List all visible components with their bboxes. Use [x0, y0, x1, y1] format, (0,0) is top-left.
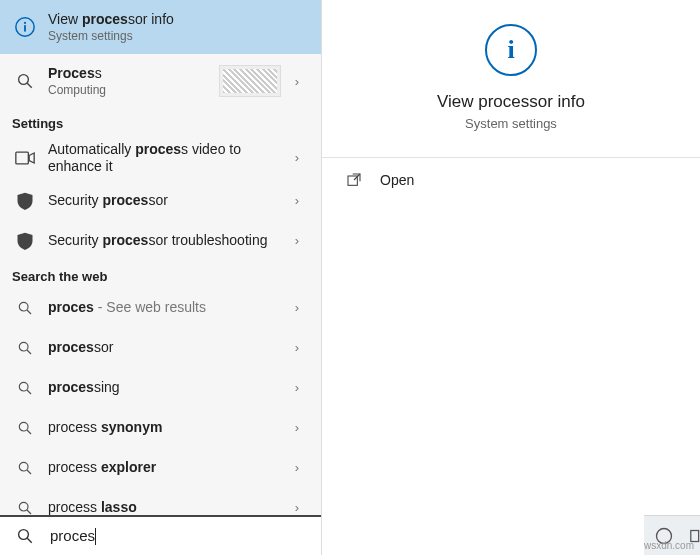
search-icon [14, 380, 36, 396]
result-title: proces - See web results [48, 299, 287, 316]
svg-line-13 [27, 430, 31, 434]
settings-item-security-processor[interactable]: Security processor › [0, 181, 321, 221]
watermark: wsxdn.com [644, 540, 694, 551]
svg-point-6 [19, 302, 28, 311]
chevron-right-icon[interactable]: › [287, 233, 307, 248]
web-item-processing[interactable]: processing › [0, 368, 321, 408]
result-process-computing[interactable]: Process Computing › [0, 54, 321, 108]
search-results-panel: View processor info System settings Proc… [0, 0, 322, 555]
search-icon [14, 300, 36, 316]
svg-rect-2 [24, 25, 26, 31]
search-icon [14, 72, 36, 90]
chevron-right-icon[interactable]: › [287, 340, 307, 355]
result-title: Process [48, 65, 219, 82]
shield-icon [14, 231, 36, 251]
result-title: process explorer [48, 459, 287, 476]
svg-point-10 [19, 382, 28, 391]
search-icon [14, 460, 36, 476]
result-title: Automatically process video to enhance i… [48, 141, 287, 175]
search-box[interactable]: proces [0, 515, 321, 555]
info-icon [14, 16, 36, 38]
svg-line-21 [27, 538, 32, 543]
search-icon [14, 420, 36, 436]
svg-rect-5 [16, 152, 28, 164]
section-header-settings: Settings [0, 108, 321, 135]
chevron-right-icon[interactable]: › [287, 380, 307, 395]
divider [322, 157, 700, 158]
web-item-process-synonym[interactable]: process synonym › [0, 408, 321, 448]
chevron-right-icon[interactable]: › [287, 150, 307, 165]
detail-panel: i View processor info System settings Op… [322, 0, 700, 555]
detail-title: View processor info [437, 92, 585, 112]
web-item-processor[interactable]: processor › [0, 328, 321, 368]
svg-line-7 [27, 310, 31, 314]
section-header-web: Search the web [0, 261, 321, 288]
search-input[interactable]: proces [50, 527, 307, 546]
settings-item-security-troubleshooting[interactable]: Security processor troubleshooting › [0, 221, 321, 261]
result-thumbnail [219, 65, 281, 97]
svg-point-8 [19, 342, 28, 351]
shield-icon [14, 191, 36, 211]
svg-point-16 [19, 502, 28, 511]
settings-item-video[interactable]: Automatically process video to enhance i… [0, 135, 321, 181]
web-item-process-explorer[interactable]: process explorer › [0, 448, 321, 488]
svg-point-3 [19, 75, 29, 85]
web-item-proces[interactable]: proces - See web results › [0, 288, 321, 328]
web-item-process-lasso[interactable]: process lasso › [0, 488, 321, 515]
chevron-right-icon[interactable]: › [287, 193, 307, 208]
info-icon: i [485, 24, 537, 76]
svg-line-15 [27, 470, 31, 474]
search-icon [14, 527, 36, 545]
result-subtitle: Computing [48, 83, 219, 97]
results-scroll: View processor info System settings Proc… [0, 0, 321, 515]
result-title: processing [48, 379, 287, 396]
svg-point-12 [19, 422, 28, 431]
chevron-right-icon[interactable]: › [287, 460, 307, 475]
search-icon [14, 500, 36, 515]
result-title: Security processor [48, 192, 287, 209]
chevron-right-icon[interactable]: › [287, 74, 307, 89]
open-icon [346, 172, 366, 188]
svg-line-11 [27, 390, 31, 394]
search-icon [14, 340, 36, 356]
open-action[interactable]: Open [322, 162, 700, 198]
result-title: Security processor troubleshooting [48, 232, 287, 249]
result-view-processor-info[interactable]: View processor info System settings [0, 0, 321, 54]
svg-point-20 [19, 530, 29, 540]
detail-subtitle: System settings [465, 116, 557, 131]
chevron-right-icon[interactable]: › [287, 420, 307, 435]
chevron-right-icon[interactable]: › [287, 300, 307, 315]
result-title: process synonym [48, 419, 287, 436]
open-label: Open [380, 172, 414, 188]
svg-point-14 [19, 462, 28, 471]
svg-line-4 [27, 83, 32, 88]
chevron-right-icon[interactable]: › [287, 500, 307, 515]
svg-line-9 [27, 350, 31, 354]
result-title: View processor info [48, 11, 307, 28]
svg-point-1 [24, 22, 26, 24]
svg-line-17 [27, 510, 31, 514]
result-title: process lasso [48, 499, 287, 515]
result-title: processor [48, 339, 287, 356]
result-subtitle: System settings [48, 29, 307, 43]
video-icon [14, 151, 36, 165]
